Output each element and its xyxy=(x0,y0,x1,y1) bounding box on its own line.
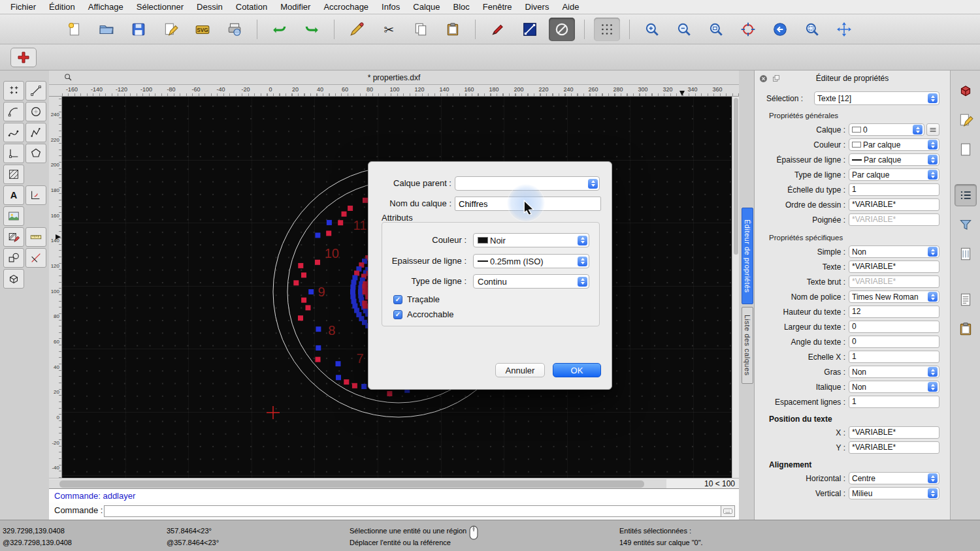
color-dropdown[interactable]: Noir xyxy=(473,233,589,247)
vertical-dropdown[interactable]: Milieu xyxy=(849,487,939,499)
menu-selectionner[interactable]: Sélectionner xyxy=(130,0,190,14)
zoom-out-button[interactable] xyxy=(671,18,697,41)
horizontal-scrollbar-thumb[interactable] xyxy=(59,480,644,488)
point-tool-button[interactable] xyxy=(3,81,24,101)
horizontal-dropdown[interactable]: Centre xyxy=(849,472,939,484)
texte-field[interactable]: *VARIABLE* xyxy=(849,260,939,273)
echelle-x-field[interactable]: 1 xyxy=(849,351,939,363)
nom-de-police-dropdown[interactable]: Times New Roman xyxy=(849,291,939,303)
float-panel-button[interactable] xyxy=(770,72,782,84)
close-panel-button[interactable] xyxy=(757,72,769,84)
line-tool-button[interactable] xyxy=(25,81,46,101)
draft-mode-button[interactable] xyxy=(549,18,575,41)
paste-button[interactable] xyxy=(440,18,466,41)
menu-calque[interactable]: Calque xyxy=(406,0,446,14)
zoom-in-button[interactable] xyxy=(639,18,665,41)
italique-dropdown[interactable]: Non xyxy=(849,381,939,393)
ordre-de-dessin-field[interactable]: *VARIABLE* xyxy=(849,198,939,211)
calque-dropdown[interactable]: 0 xyxy=(849,123,924,136)
polyline-tool-button[interactable] xyxy=(25,123,46,142)
zoom-previous-button[interactable] xyxy=(767,18,793,41)
zoom-auto-button[interactable] xyxy=(703,18,729,41)
couleur-dropdown[interactable]: Par calque xyxy=(849,138,939,151)
edit-widget-button[interactable] xyxy=(955,109,977,131)
x-field[interactable]: *VARIABLE* xyxy=(849,426,939,439)
property-editor-tab[interactable]: Éditeur de propriétés xyxy=(742,208,753,304)
layer-menu-button[interactable] xyxy=(926,123,939,136)
measure-tool-button[interactable] xyxy=(25,227,46,247)
marker-button[interactable] xyxy=(485,18,511,41)
redo-button[interactable] xyxy=(299,18,325,41)
menu-fichier[interactable]: Fichier xyxy=(4,0,42,14)
text-tool-button[interactable]: A xyxy=(3,185,24,205)
texte-brut-field[interactable]: *VARIABLE* xyxy=(849,276,939,288)
linetype-dropdown[interactable]: Continu xyxy=(473,274,589,289)
simple-dropdown[interactable]: Non xyxy=(849,245,939,258)
arc-tool-button[interactable] xyxy=(3,102,24,121)
fill-tool-button[interactable] xyxy=(3,227,24,247)
new-document-button[interactable] xyxy=(61,18,88,41)
epaisseur-de-ligne-dropdown[interactable]: Par calque xyxy=(849,153,939,166)
zoom-redraw-button[interactable] xyxy=(735,18,761,41)
clipboard-widget-button[interactable] xyxy=(955,318,977,340)
menu-infos[interactable]: Infos xyxy=(375,0,406,14)
menu-fenetre[interactable]: Fenêtre xyxy=(476,0,519,14)
modify-tool-button[interactable] xyxy=(25,248,46,268)
command-input[interactable] xyxy=(104,505,723,517)
save-as-button[interactable] xyxy=(157,18,184,41)
open-file-button[interactable] xyxy=(93,18,120,41)
save-button[interactable] xyxy=(125,18,152,41)
largeur-du-texte-field[interactable]: 0 xyxy=(849,321,939,333)
circle-tool-button[interactable] xyxy=(25,102,46,121)
print-preview-button[interactable] xyxy=(221,18,248,41)
echelle-du-type-field[interactable]: 1 xyxy=(849,183,939,196)
cut-button[interactable]: ✂ xyxy=(376,18,402,41)
menu-accrochage[interactable]: Accrochage xyxy=(317,0,375,14)
notes-widget-button[interactable] xyxy=(955,289,977,311)
order-line-button[interactable] xyxy=(517,18,543,41)
view-widget-button[interactable] xyxy=(955,80,977,102)
undo-button[interactable] xyxy=(267,18,293,41)
copy-button[interactable] xyxy=(408,18,434,41)
menu-cotation[interactable]: Cotation xyxy=(229,0,274,14)
image-tool-button[interactable] xyxy=(3,206,24,226)
columns-widget-button[interactable] xyxy=(955,243,977,265)
angle-du-texte-field[interactable]: 0 xyxy=(849,336,939,348)
espacement-lignes-field[interactable]: 1 xyxy=(849,396,939,408)
cancel-button[interactable]: Annuler xyxy=(495,363,545,377)
zoom-window-button[interactable] xyxy=(799,18,825,41)
property-list-widget-button[interactable] xyxy=(955,184,977,206)
dimension-tool-button[interactable] xyxy=(25,185,46,205)
poignee-field[interactable]: *VARIABLE* xyxy=(849,213,939,226)
page-widget-button[interactable] xyxy=(955,138,977,161)
menu-bloc[interactable]: Bloc xyxy=(446,0,476,14)
layer-list-tab[interactable]: Liste des calques xyxy=(742,307,753,384)
box-tool-button[interactable] xyxy=(3,269,24,289)
menu-divers[interactable]: Divers xyxy=(519,0,556,14)
keyboard-toggle-button[interactable] xyxy=(721,505,735,517)
selection-dropdown[interactable]: Texte [12] xyxy=(814,91,939,105)
menu-modifier[interactable]: Modifier xyxy=(274,0,317,14)
menu-edition[interactable]: Édition xyxy=(42,0,82,14)
type-de-ligne-dropdown[interactable]: Par calque xyxy=(849,168,939,181)
corner-tool-button[interactable] xyxy=(3,144,24,163)
pen-edit-button[interactable] xyxy=(344,18,370,41)
snap-checkbox[interactable] xyxy=(393,310,402,319)
lineweight-dropdown[interactable]: 0.25mm (ISO) xyxy=(473,254,589,268)
grid-toggle-button[interactable] xyxy=(594,18,620,41)
spline-tool-button[interactable] xyxy=(3,123,24,142)
polygon-tool-button[interactable] xyxy=(25,144,46,163)
hatch-tool-button[interactable] xyxy=(3,165,24,184)
hauteur-du-texte-field[interactable]: 12 xyxy=(849,306,939,318)
menu-dessin[interactable]: Dessin xyxy=(190,0,229,14)
zoom-pan-button[interactable] xyxy=(831,18,857,41)
gras-dropdown[interactable]: Non xyxy=(849,366,939,378)
shape-tool-button[interactable] xyxy=(3,248,24,268)
add-layer-button[interactable] xyxy=(10,48,37,67)
ok-button[interactable]: OK xyxy=(553,363,601,377)
menu-aide[interactable]: Aide xyxy=(555,0,585,14)
y-field[interactable]: *VARIABLE* xyxy=(849,441,939,454)
export-svg-button[interactable]: SVG xyxy=(189,18,216,41)
menu-affichage[interactable]: Affichage xyxy=(82,0,130,14)
vertical-scrollbar-thumb[interactable] xyxy=(734,98,738,255)
